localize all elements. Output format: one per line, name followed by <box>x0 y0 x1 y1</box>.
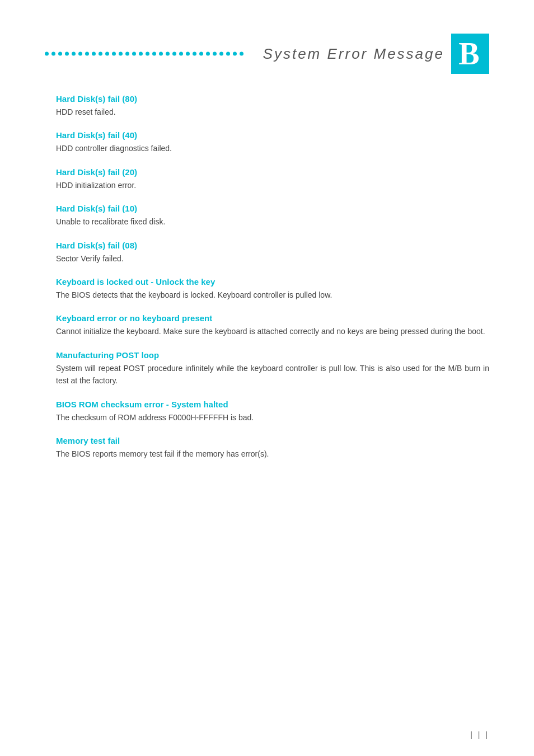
header-dot <box>206 52 210 56</box>
section-title-hdd10: Hard Disk(s) fail (10) <box>56 204 489 213</box>
header-dot <box>139 52 143 56</box>
header-title-area: System Error Message B <box>263 34 489 74</box>
section-title-hdd80: Hard Disk(s) fail (80) <box>56 94 489 104</box>
header-dot <box>172 52 176 56</box>
header-dot <box>51 52 55 56</box>
header-dot <box>186 52 190 56</box>
header-dot <box>45 52 49 56</box>
section-desc-keyboard-error: Cannot initialize the keyboard. Make sur… <box>56 325 489 337</box>
header-dot <box>125 52 129 56</box>
header-dot <box>233 52 237 56</box>
page-header: System Error Message B <box>45 34 489 74</box>
section-title-keyboard-error: Keyboard error or no keyboard present <box>56 313 489 323</box>
header-dot <box>199 52 203 56</box>
page-footer: | | | <box>470 730 489 739</box>
header-dot <box>78 52 82 56</box>
header-dot <box>119 52 123 56</box>
header-dot <box>240 52 243 56</box>
section-desc-manufacturing-post: System will repeat POST procedure infini… <box>56 362 489 387</box>
header-dot <box>213 52 217 56</box>
header-dot <box>166 52 170 56</box>
header-dot <box>92 52 96 56</box>
header-dot <box>219 52 223 56</box>
section-desc-bios-rom: The checksum of ROM address F0000H-FFFFF… <box>56 411 489 424</box>
header-dot <box>72 52 76 56</box>
section-desc-hdd20: HDD initialization error. <box>56 179 489 191</box>
section-title-hdd40: Hard Disk(s) fail (40) <box>56 130 489 140</box>
header-dots <box>45 52 243 56</box>
section-title-hdd08: Hard Disk(s) fail (08) <box>56 241 489 250</box>
section-title-manufacturing-post: Manufacturing POST loop <box>56 350 489 360</box>
section-hdd10: Hard Disk(s) fail (10)Unable to recalibr… <box>56 204 489 228</box>
header-dot <box>58 52 62 56</box>
header-dot <box>179 52 183 56</box>
section-keyboard-locked: Keyboard is locked out - Unlock the keyT… <box>56 277 489 301</box>
section-desc-keyboard-locked: The BIOS detects that the keyboard is lo… <box>56 289 489 301</box>
section-desc-hdd40: HDD controller diagnostics failed. <box>56 142 489 154</box>
header-dot <box>112 52 116 56</box>
section-hdd80: Hard Disk(s) fail (80)HDD reset failed. <box>56 94 489 118</box>
section-memory-test: Memory test failThe BIOS reports memory … <box>56 436 489 460</box>
header-dot <box>226 52 230 56</box>
section-hdd40: Hard Disk(s) fail (40)HDD controller dia… <box>56 130 489 154</box>
header-dot <box>65 52 69 56</box>
section-desc-hdd80: HDD reset failed. <box>56 106 489 118</box>
section-manufacturing-post: Manufacturing POST loopSystem will repea… <box>56 350 489 387</box>
section-title-bios-rom: BIOS ROM checksum error - System halted <box>56 400 489 409</box>
page-indicator: | | | <box>470 730 489 739</box>
section-keyboard-error: Keyboard error or no keyboard presentCan… <box>56 313 489 337</box>
header-dot <box>99 52 102 56</box>
section-desc-memory-test: The BIOS reports memory test fail if the… <box>56 448 489 460</box>
section-title-memory-test: Memory test fail <box>56 436 489 445</box>
page-container: System Error Message B Hard Disk(s) fail… <box>0 0 534 756</box>
section-desc-hdd10: Unable to recalibrate fixed disk. <box>56 215 489 228</box>
section-hdd08: Hard Disk(s) fail (08)Sector Verify fail… <box>56 241 489 265</box>
header-dot <box>132 52 136 56</box>
section-hdd20: Hard Disk(s) fail (20)HDD initialization… <box>56 167 489 191</box>
header-dot <box>193 52 196 56</box>
content-area: Hard Disk(s) fail (80)HDD reset failed.H… <box>45 94 489 460</box>
header-letter: B <box>451 34 487 74</box>
section-title-keyboard-locked: Keyboard is locked out - Unlock the key <box>56 277 489 287</box>
header-dot <box>159 52 163 56</box>
header-dot <box>146 52 149 56</box>
section-bios-rom: BIOS ROM checksum error - System haltedT… <box>56 400 489 424</box>
header-dot <box>152 52 156 56</box>
section-title-hdd20: Hard Disk(s) fail (20) <box>56 167 489 177</box>
header-dot <box>105 52 109 56</box>
page-title: System Error Message <box>263 34 451 74</box>
header-dot <box>85 52 89 56</box>
section-desc-hdd08: Sector Verify failed. <box>56 252 489 265</box>
